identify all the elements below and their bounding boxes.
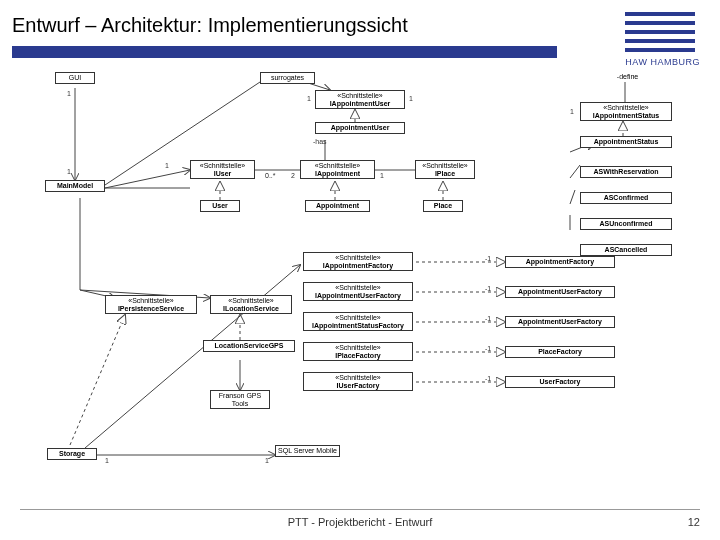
name: IPersistenceService bbox=[118, 305, 184, 312]
box-surrogates: surrogates bbox=[260, 72, 315, 84]
slide-title: Entwurf – Architektur: Implementierungss… bbox=[12, 14, 408, 37]
box-iappuser: «Schnittstelle» IAppointmentUser bbox=[315, 90, 405, 109]
box-appuser: AppointmentUser bbox=[315, 122, 405, 134]
box-iappstatus: «Schnittstelle» IAppointmentStatus bbox=[580, 102, 672, 121]
svg-line-23 bbox=[70, 315, 125, 445]
box-sqlserver: SQL Server Mobile bbox=[275, 445, 340, 457]
box-appstatfact: AppointmentUserFactory bbox=[505, 316, 615, 328]
stereotype: «Schnittstelle» bbox=[200, 162, 246, 169]
box-locservice: LocationServiceGPS bbox=[203, 340, 295, 352]
mult: 1 bbox=[307, 95, 311, 102]
name: IAppointmentUser bbox=[330, 100, 391, 107]
stereotype: «Schnittstelle» bbox=[335, 344, 381, 351]
stereotype: «Schnittstelle» bbox=[335, 284, 381, 291]
box-iappstatfact: «Schnittstelle» IAppointmentStatusFactor… bbox=[303, 312, 413, 331]
box-iuser: «Schnittstelle» IUser bbox=[190, 160, 255, 179]
box-iplacefact: «Schnittstelle» IPlaceFactory bbox=[303, 342, 413, 361]
stereotype: «Schnittstelle» bbox=[228, 297, 274, 304]
svg-line-25 bbox=[85, 265, 300, 448]
name: IUser bbox=[214, 170, 232, 177]
box-iplace: «Schnittstelle» IPlace bbox=[415, 160, 475, 179]
stereotype: «Schnittstelle» bbox=[315, 162, 361, 169]
mult: 1 bbox=[570, 108, 574, 115]
box-storage: Storage bbox=[47, 448, 97, 460]
box-placefact: PlaceFactory bbox=[505, 346, 615, 358]
box-appfact: AppointmentFactory bbox=[505, 256, 615, 268]
footer-text: PTT - Projektbericht - Entwurf bbox=[0, 516, 720, 528]
mult: 1 bbox=[265, 457, 269, 464]
mult: 1 bbox=[165, 162, 169, 169]
mult: -1 bbox=[485, 375, 491, 382]
box-asunconf: ASUnconfirmed bbox=[580, 218, 672, 230]
name: IPlace bbox=[435, 170, 455, 177]
stereotype: «Schnittstelle» bbox=[422, 162, 468, 169]
box-place: Place bbox=[423, 200, 463, 212]
title-underline bbox=[12, 46, 557, 58]
mult: -1 bbox=[485, 345, 491, 352]
stereotype: «Schnittstelle» bbox=[128, 297, 174, 304]
footer-line bbox=[20, 509, 700, 510]
name: IPlaceFactory bbox=[335, 352, 381, 359]
mult: 1 bbox=[409, 95, 413, 102]
box-franson: Franson GPS Tools bbox=[210, 390, 270, 409]
name: IAppointmentStatus bbox=[593, 112, 660, 119]
stereotype: «Schnittstelle» bbox=[603, 104, 649, 111]
name: IAppointmentUserFactory bbox=[315, 292, 401, 299]
box-ipersist: «Schnittstelle» IPersistenceService bbox=[105, 295, 197, 314]
logo-text: HAW HAMBURG bbox=[625, 57, 700, 67]
mult: 1 bbox=[67, 90, 71, 97]
logo-bars bbox=[625, 12, 700, 52]
mult: 2 bbox=[291, 172, 295, 179]
box-ascancelled: ASCancelled bbox=[580, 244, 672, 256]
stereotype: «Schnittstelle» bbox=[337, 92, 383, 99]
name: IUserFactory bbox=[337, 382, 380, 389]
mult: 1 bbox=[67, 168, 71, 175]
box-asconfirmed: ASConfirmed bbox=[580, 192, 672, 204]
uml-diagram: GUI surrogates -define «Schnittstelle» I… bbox=[25, 70, 695, 485]
stereotype: «Schnittstelle» bbox=[335, 314, 381, 321]
mult: -1 bbox=[485, 255, 491, 262]
svg-line-14 bbox=[570, 165, 580, 178]
page-number: 12 bbox=[688, 516, 700, 528]
box-user: User bbox=[200, 200, 240, 212]
box-userfact: UserFactory bbox=[505, 376, 615, 388]
label-define: -define bbox=[610, 72, 645, 82]
label-has: -has bbox=[313, 138, 327, 145]
box-iappfact: «Schnittstelle» IAppointmentFactory bbox=[303, 252, 413, 271]
box-iappuserfact: «Schnittstelle» IAppointmentUserFactory bbox=[303, 282, 413, 301]
box-mainmodel: MainModel bbox=[45, 180, 105, 192]
box-iuserfact: «Schnittstelle» IUserFactory bbox=[303, 372, 413, 391]
box-iloc: «Schnittstelle» ILocationService bbox=[210, 295, 292, 314]
mult: 0..* bbox=[265, 172, 276, 179]
stereotype: «Schnittstelle» bbox=[335, 374, 381, 381]
box-appointment: Appointment bbox=[305, 200, 370, 212]
box-appuserfact: AppointmentUserFactory bbox=[505, 286, 615, 298]
stereotype: «Schnittstelle» bbox=[335, 254, 381, 261]
svg-line-15 bbox=[570, 190, 575, 204]
name: IAppointmentStatusFactory bbox=[312, 322, 404, 329]
mult: -1 bbox=[485, 315, 491, 322]
name: IAppointment bbox=[315, 170, 360, 177]
box-gui: GUI bbox=[55, 72, 95, 84]
haw-logo: HAW HAMBURG bbox=[625, 12, 700, 67]
name: IAppointmentFactory bbox=[323, 262, 393, 269]
mult: 1 bbox=[105, 457, 109, 464]
name: ILocationService bbox=[223, 305, 279, 312]
mult: -1 bbox=[485, 285, 491, 292]
mult: 1 bbox=[380, 172, 384, 179]
box-iapp: «Schnittstelle» IAppointment bbox=[300, 160, 375, 179]
box-aswithres: ASWithReservation bbox=[580, 166, 672, 178]
box-appstatus: AppointmentStatus bbox=[580, 136, 672, 148]
svg-line-5 bbox=[105, 170, 190, 188]
